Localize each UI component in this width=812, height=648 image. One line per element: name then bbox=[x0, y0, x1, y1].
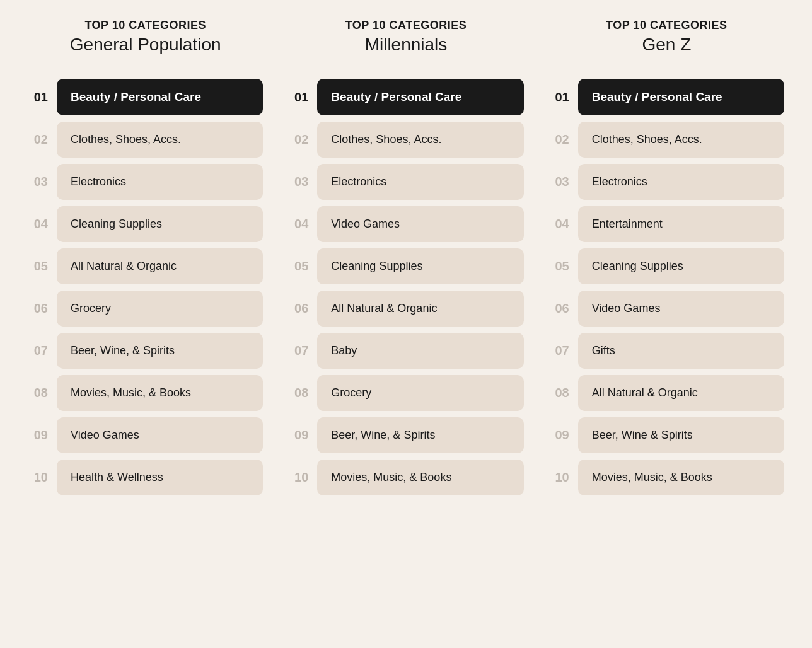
column-header-general: TOP 10 CATEGORIESGeneral Population bbox=[28, 19, 263, 61]
rank-pill: Clothes, Shoes, Accs. bbox=[57, 122, 263, 158]
list-item: 10Health & Wellness bbox=[28, 460, 263, 495]
rank-number: 01 bbox=[288, 90, 308, 105]
rank-pill: Beauty / Personal Care bbox=[57, 79, 263, 115]
rank-pill: Gifts bbox=[578, 333, 784, 369]
rank-list-genz: 01Beauty / Personal Care02Clothes, Shoes… bbox=[549, 79, 784, 495]
rank-number: 08 bbox=[549, 386, 569, 400]
rank-number: 07 bbox=[288, 344, 308, 358]
column-header-genz: TOP 10 CATEGORIESGen Z bbox=[549, 19, 784, 61]
rank-number: 04 bbox=[288, 217, 308, 231]
rank-number: 08 bbox=[28, 386, 48, 400]
rank-pill: All Natural & Organic bbox=[57, 248, 263, 284]
list-item: 04Entertainment bbox=[549, 206, 784, 242]
list-item: 08All Natural & Organic bbox=[549, 375, 784, 411]
rank-pill: Grocery bbox=[317, 375, 523, 411]
list-item: 09Beer, Wine & Spirits bbox=[549, 417, 784, 453]
rank-pill: Movies, Music, & Books bbox=[317, 460, 523, 495]
rank-pill: Electronics bbox=[317, 164, 523, 200]
column-millennials: TOP 10 CATEGORIESMillennials01Beauty / P… bbox=[276, 19, 536, 495]
list-item: 09Beer, Wine, & Spirits bbox=[288, 417, 523, 453]
sub-label-genz: Gen Z bbox=[549, 35, 784, 55]
list-item: 01Beauty / Personal Care bbox=[288, 79, 523, 115]
rank-pill: Cleaning Supplies bbox=[317, 248, 523, 284]
rank-number: 03 bbox=[549, 175, 569, 189]
rank-number: 09 bbox=[549, 428, 569, 443]
column-header-millennials: TOP 10 CATEGORIESMillennials bbox=[288, 19, 523, 61]
rank-number: 01 bbox=[549, 90, 569, 105]
rank-pill: Video Games bbox=[578, 291, 784, 327]
rank-pill: Beer, Wine & Spirits bbox=[578, 417, 784, 453]
rank-number: 01 bbox=[28, 90, 48, 105]
list-item: 02Clothes, Shoes, Accs. bbox=[549, 122, 784, 158]
list-item: 07Baby bbox=[288, 333, 523, 369]
rank-number: 09 bbox=[288, 428, 308, 443]
rank-number: 02 bbox=[549, 132, 569, 147]
rank-pill: Baby bbox=[317, 333, 523, 369]
list-item: 01Beauty / Personal Care bbox=[549, 79, 784, 115]
rank-number: 03 bbox=[28, 175, 48, 189]
rank-pill: Clothes, Shoes, Accs. bbox=[317, 122, 523, 158]
rank-pill: Cleaning Supplies bbox=[57, 206, 263, 242]
list-item: 02Clothes, Shoes, Accs. bbox=[28, 122, 263, 158]
rank-number: 02 bbox=[28, 132, 48, 147]
top-label-millennials: TOP 10 CATEGORIES bbox=[288, 19, 523, 32]
sub-label-general: General Population bbox=[28, 35, 263, 55]
list-item: 08Movies, Music, & Books bbox=[28, 375, 263, 411]
rank-list-millennials: 01Beauty / Personal Care02Clothes, Shoes… bbox=[288, 79, 523, 495]
rank-pill: Beauty / Personal Care bbox=[578, 79, 784, 115]
rank-number: 06 bbox=[288, 301, 308, 316]
list-item: 06Grocery bbox=[28, 291, 263, 327]
rank-number: 05 bbox=[549, 259, 569, 274]
rank-pill: All Natural & Organic bbox=[578, 375, 784, 411]
rank-number: 07 bbox=[549, 344, 569, 358]
list-item: 01Beauty / Personal Care bbox=[28, 79, 263, 115]
list-item: 08Grocery bbox=[288, 375, 523, 411]
rank-number: 07 bbox=[28, 344, 48, 358]
rank-number: 06 bbox=[549, 301, 569, 316]
sub-label-millennials: Millennials bbox=[288, 35, 523, 55]
rank-pill: Health & Wellness bbox=[57, 460, 263, 495]
rank-number: 10 bbox=[28, 470, 48, 485]
rank-number: 04 bbox=[28, 217, 48, 231]
rank-number: 05 bbox=[288, 259, 308, 274]
rank-pill: Cleaning Supplies bbox=[578, 248, 784, 284]
rank-pill: Entertainment bbox=[578, 206, 784, 242]
rank-pill: Electronics bbox=[578, 164, 784, 200]
list-item: 02Clothes, Shoes, Accs. bbox=[288, 122, 523, 158]
rank-pill: Video Games bbox=[317, 206, 523, 242]
rank-pill: Movies, Music, & Books bbox=[578, 460, 784, 495]
rank-pill: Clothes, Shoes, Accs. bbox=[578, 122, 784, 158]
rank-pill: Grocery bbox=[57, 291, 263, 327]
list-item: 04Video Games bbox=[288, 206, 523, 242]
list-item: 05Cleaning Supplies bbox=[288, 248, 523, 284]
column-genz: TOP 10 CATEGORIESGen Z01Beauty / Persona… bbox=[536, 19, 797, 495]
list-item: 05All Natural & Organic bbox=[28, 248, 263, 284]
rank-pill: Beauty / Personal Care bbox=[317, 79, 523, 115]
rank-pill: Beer, Wine, & Spirits bbox=[57, 333, 263, 369]
rank-list-general: 01Beauty / Personal Care02Clothes, Shoes… bbox=[28, 79, 263, 495]
list-item: 05Cleaning Supplies bbox=[549, 248, 784, 284]
rank-pill: Beer, Wine, & Spirits bbox=[317, 417, 523, 453]
page-container: TOP 10 CATEGORIESGeneral Population01Bea… bbox=[15, 19, 797, 495]
rank-number: 10 bbox=[549, 470, 569, 485]
rank-pill: Video Games bbox=[57, 417, 263, 453]
rank-pill: All Natural & Organic bbox=[317, 291, 523, 327]
list-item: 09Video Games bbox=[28, 417, 263, 453]
list-item: 03Electronics bbox=[288, 164, 523, 200]
columns-wrapper: TOP 10 CATEGORIESGeneral Population01Bea… bbox=[15, 19, 797, 495]
rank-number: 04 bbox=[549, 217, 569, 231]
rank-pill: Electronics bbox=[57, 164, 263, 200]
rank-number: 09 bbox=[28, 428, 48, 443]
rank-number: 03 bbox=[288, 175, 308, 189]
list-item: 10Movies, Music, & Books bbox=[288, 460, 523, 495]
column-general: TOP 10 CATEGORIESGeneral Population01Bea… bbox=[15, 19, 276, 495]
rank-pill: Movies, Music, & Books bbox=[57, 375, 263, 411]
list-item: 04Cleaning Supplies bbox=[28, 206, 263, 242]
list-item: 06All Natural & Organic bbox=[288, 291, 523, 327]
list-item: 10Movies, Music, & Books bbox=[549, 460, 784, 495]
rank-number: 06 bbox=[28, 301, 48, 316]
list-item: 06Video Games bbox=[549, 291, 784, 327]
top-label-genz: TOP 10 CATEGORIES bbox=[549, 19, 784, 32]
list-item: 07Gifts bbox=[549, 333, 784, 369]
rank-number: 10 bbox=[288, 470, 308, 485]
